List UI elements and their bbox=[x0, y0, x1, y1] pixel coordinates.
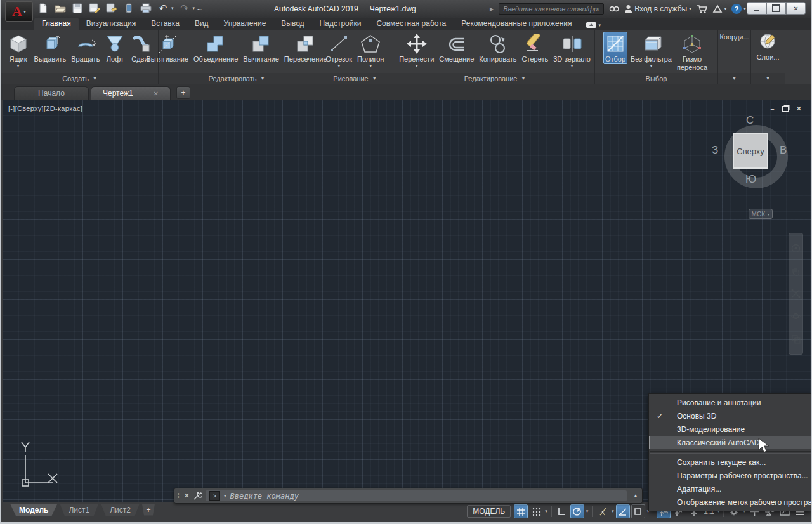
menu-item-classic-autocad[interactable]: Классический AutoCAD bbox=[649, 436, 811, 449]
viewcube-top-face[interactable]: Сверху bbox=[733, 133, 768, 169]
viewport-restore-icon[interactable] bbox=[782, 106, 789, 112]
mirror3d-button[interactable]: 3D-зеркало ▾ bbox=[551, 32, 593, 69]
command-line-close-icon[interactable]: ✕ bbox=[181, 492, 193, 500]
view-cube[interactable]: С В Ю З Сверху bbox=[718, 119, 794, 195]
autodesk-360-icon[interactable]: ▾ bbox=[712, 4, 727, 13]
qat-customize-icon[interactable]: ≂ bbox=[197, 5, 202, 12]
command-line-grip[interactable]: ⁞ bbox=[174, 492, 181, 499]
polygon-button[interactable]: Полигон ▾ bbox=[355, 32, 386, 69]
tab-upravlenie[interactable]: Управление bbox=[216, 18, 274, 30]
tab-close-icon[interactable]: ✕ bbox=[154, 90, 159, 97]
filter-button[interactable]: Без фильтра ▾ bbox=[629, 32, 674, 69]
box-button[interactable]: Ящик ▾ bbox=[6, 32, 31, 69]
print-icon[interactable] bbox=[140, 2, 152, 15]
snap-toggle[interactable] bbox=[529, 504, 543, 518]
recent-commands-dropdown-icon[interactable]: ▾ bbox=[224, 494, 226, 499]
app-store-cart-icon[interactable] bbox=[697, 4, 707, 14]
layout-tab-list1[interactable]: Лист1 bbox=[60, 504, 98, 516]
ribbon-display-toggle[interactable]: ▾ bbox=[586, 22, 601, 30]
undo-dropdown-icon[interactable]: ▾ bbox=[171, 6, 174, 11]
new-drawing-tab-button[interactable]: + bbox=[176, 86, 190, 99]
signin-button[interactable]: Вход в службы ▾ bbox=[624, 4, 691, 13]
file-tab-drawing1[interactable]: Чертеж1 ✕ bbox=[91, 86, 171, 100]
new-layout-button[interactable]: + bbox=[142, 504, 155, 516]
tab-sovmestnaya-rabota[interactable]: Совместная работа bbox=[369, 18, 454, 30]
command-line-customize-icon[interactable] bbox=[193, 492, 202, 501]
tab-nadstroyki[interactable]: Надстройки bbox=[312, 18, 369, 30]
search-button[interactable] bbox=[609, 4, 619, 13]
save-as-icon[interactable] bbox=[88, 2, 101, 15]
polar-tracking-toggle[interactable] bbox=[570, 504, 584, 518]
erase-button[interactable]: Стереть bbox=[520, 32, 551, 64]
isodraft-dropdown-icon[interactable]: ▾ bbox=[611, 509, 615, 514]
pan-icon[interactable] bbox=[791, 266, 801, 276]
gizmo-button[interactable]: Гизмо переноса bbox=[675, 32, 709, 72]
panel-title-solid-edit[interactable]: Редактировать ▼ bbox=[159, 73, 315, 84]
layout-tab-list2[interactable]: Лист2 bbox=[101, 504, 140, 516]
viewport-close-icon[interactable]: ✕ bbox=[796, 105, 802, 113]
move-button[interactable]: Перенести ▾ bbox=[397, 32, 436, 69]
viewport-minimize-icon[interactable]: − bbox=[770, 105, 774, 113]
full-navigation-wheel-icon[interactable] bbox=[791, 244, 801, 253]
loft-button[interactable]: Лофт bbox=[103, 32, 127, 64]
menu-item-display-workspace-labels[interactable]: Отображение меток рабочего пространства bbox=[649, 495, 811, 509]
menu-item-customize[interactable]: Адаптация... bbox=[649, 482, 811, 495]
open-file-icon[interactable] bbox=[54, 2, 67, 15]
copy-button[interactable]: Копировать bbox=[477, 32, 518, 64]
menu-item-3d-modeling[interactable]: 3D-моделирование bbox=[649, 422, 811, 436]
model-space-button[interactable]: МОДЕЛЬ bbox=[467, 505, 511, 518]
layout-tab-model[interactable]: Модель bbox=[10, 504, 57, 516]
isodraft-toggle[interactable] bbox=[596, 504, 610, 518]
panel-layers[interactable]: Слои... ▼ bbox=[751, 30, 785, 84]
redo-dropdown-icon[interactable]: ▾ bbox=[193, 6, 195, 11]
revolve-button[interactable]: Вращать bbox=[69, 32, 102, 64]
file-tab-start[interactable]: Начало bbox=[14, 86, 89, 100]
share-mobile-icon[interactable] bbox=[122, 2, 135, 15]
extrude-button[interactable]: Выдавить bbox=[32, 32, 69, 64]
viewcube-north[interactable]: С bbox=[746, 114, 754, 127]
zoom-icon[interactable] bbox=[791, 289, 801, 298]
snap-dropdown-icon[interactable]: ▾ bbox=[544, 509, 548, 514]
save-icon[interactable] bbox=[71, 2, 84, 15]
menu-item-save-current-as[interactable]: Сохранить текущее как... bbox=[649, 455, 811, 469]
redo-icon[interactable]: ↷ bbox=[178, 2, 191, 15]
panel-coordinates[interactable]: Коорди... ▼ bbox=[718, 30, 751, 84]
polar-dropdown-icon[interactable]: ▾ bbox=[586, 509, 589, 514]
maximize-button[interactable] bbox=[766, 2, 786, 15]
command-history-expand-icon[interactable]: ▲ bbox=[633, 493, 642, 499]
search-input[interactable]: Введите ключевое слово/фразу bbox=[499, 3, 604, 15]
viewcube-south[interactable]: Ю bbox=[745, 173, 756, 186]
plot-stamp-icon[interactable] bbox=[105, 2, 118, 15]
ucs-context-badge[interactable]: МСК ▾ bbox=[749, 209, 773, 219]
tab-glavnaya[interactable]: Главная bbox=[34, 18, 79, 30]
command-input[interactable]: > ▾ Введите команду bbox=[206, 490, 627, 501]
tab-rekomendovannye-prilozheniya[interactable]: Рекомендованные приложения bbox=[454, 18, 579, 30]
subtract-button[interactable]: Вычитание bbox=[241, 32, 281, 64]
navigation-bar[interactable] bbox=[789, 233, 803, 355]
grid-toggle[interactable] bbox=[514, 504, 528, 518]
tab-vid[interactable]: Вид bbox=[187, 18, 216, 30]
undo-icon[interactable]: ↶ bbox=[157, 2, 169, 15]
panel-layers-expand[interactable]: ▼ bbox=[751, 73, 785, 84]
union-button[interactable]: Объединение bbox=[192, 32, 240, 64]
ortho-toggle[interactable] bbox=[555, 504, 569, 518]
tab-vstavka[interactable]: Вставка bbox=[143, 18, 187, 30]
orbit-icon[interactable] bbox=[791, 311, 801, 321]
menu-item-workspace-settings[interactable]: Параметры рабочего пространства... bbox=[649, 469, 811, 482]
offset-button[interactable]: Смещение bbox=[437, 32, 476, 64]
search-expand-icon[interactable]: ▶ bbox=[490, 6, 494, 12]
object-snap-toggle[interactable] bbox=[631, 504, 645, 518]
panel-title-selection[interactable]: Выбор bbox=[595, 73, 717, 84]
menu-item-3d-basics[interactable]: ✓ Основы 3D bbox=[649, 409, 811, 422]
minimize-button[interactable] bbox=[747, 2, 766, 15]
presspull-button[interactable]: Вытягивание bbox=[144, 32, 190, 64]
tab-vizualizaciya[interactable]: Визуализация bbox=[79, 18, 144, 30]
panel-title-draw[interactable]: Рисование ▼ bbox=[315, 73, 395, 84]
panel-title-modify[interactable]: Редактирование ▼ bbox=[395, 73, 594, 84]
object-snap-tracking-toggle[interactable] bbox=[616, 504, 630, 518]
help-button[interactable]: ?▾ bbox=[731, 4, 746, 14]
command-line[interactable]: ⁞ ✕ > ▾ Введите команду ▲ bbox=[174, 488, 643, 504]
menu-item-drafting-annotation[interactable]: Рисование и аннотации bbox=[649, 396, 811, 409]
recent-commands-icon[interactable]: > bbox=[209, 491, 220, 501]
tab-vyvod[interactable]: Вывод bbox=[273, 18, 311, 30]
